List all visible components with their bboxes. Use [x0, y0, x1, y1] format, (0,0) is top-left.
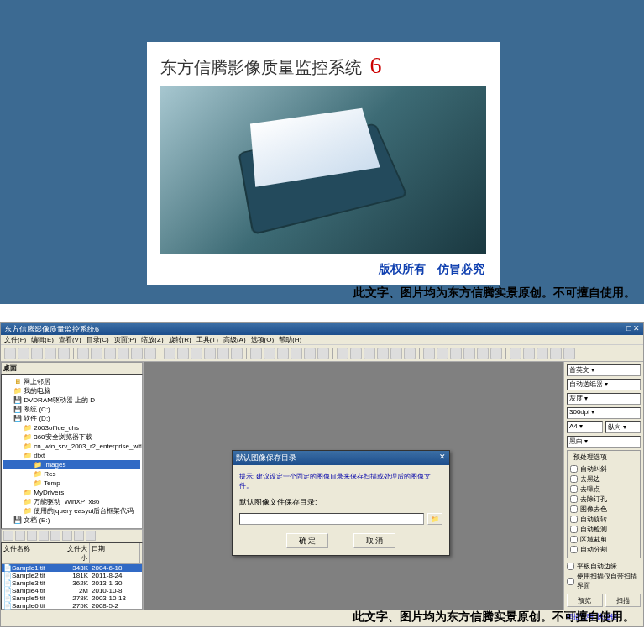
- tree-item[interactable]: 📁 Temp: [3, 479, 140, 488]
- tree-item[interactable]: 🖥 网上邻居: [3, 377, 140, 386]
- toolbar-button[interactable]: [144, 348, 156, 359]
- tree-item[interactable]: 📁 2003office_chs: [3, 423, 140, 432]
- file-row[interactable]: 📄Sample1.tif343K2004-6-18: [2, 564, 142, 572]
- preprocess-option[interactable]: 去黑边: [570, 474, 637, 484]
- toolbar-button[interactable]: [164, 348, 175, 359]
- column-header[interactable]: 文件大小: [60, 543, 90, 563]
- toolbar-button[interactable]: [104, 348, 116, 359]
- file-toolbar-button[interactable]: [3, 531, 13, 541]
- menu-item[interactable]: 帮助(H): [279, 335, 301, 344]
- tree-item[interactable]: 💾 DVDRAM驱动器 上的 D: [3, 395, 140, 405]
- ok-button[interactable]: 确 定: [286, 533, 328, 548]
- preview-button[interactable]: 预览: [567, 594, 603, 607]
- toolbar-button[interactable]: [4, 348, 16, 359]
- toolbar-button[interactable]: [423, 348, 435, 359]
- checkbox[interactable]: [570, 475, 578, 483]
- toolbar-button[interactable]: [204, 348, 216, 359]
- preprocess-option[interactable]: 图像去色: [570, 505, 637, 514]
- menu-item[interactable]: 选项(O): [251, 335, 275, 344]
- toolbar-button[interactable]: [404, 348, 416, 359]
- toolbar-button[interactable]: [437, 348, 448, 359]
- toolbar-button[interactable]: [231, 348, 243, 359]
- dpi-select[interactable]: 300dpi ▾: [567, 407, 641, 419]
- file-row[interactable]: 📄Sample5.tif278K2003-10-13: [2, 594, 142, 602]
- column-header[interactable]: 文件名称: [2, 543, 60, 563]
- color-select[interactable]: 黑白 ▾: [567, 436, 641, 448]
- toolbar-button[interactable]: [18, 348, 29, 359]
- file-toolbar-button[interactable]: [74, 531, 84, 541]
- window-controls[interactable]: _ □ ✕: [620, 324, 640, 334]
- toolbar-button[interactable]: [477, 348, 489, 359]
- file-toolbar-button[interactable]: [50, 531, 60, 541]
- toolbar-button[interactable]: [510, 348, 521, 359]
- file-row[interactable]: 📄Sample2.tif181K2011-8-24: [2, 572, 142, 579]
- menu-item[interactable]: 工具(T): [196, 335, 218, 344]
- menu-item[interactable]: 页面(P): [114, 335, 137, 344]
- toolbar-button[interactable]: [390, 348, 402, 359]
- checkbox[interactable]: [570, 485, 578, 493]
- toolbar-button[interactable]: [304, 348, 316, 359]
- tree-item[interactable]: 📁 万能驱动_WinXP_x86: [3, 497, 140, 506]
- option-select[interactable]: 首英文 ▾: [567, 364, 641, 376]
- toolbar-button[interactable]: [191, 348, 202, 359]
- toolbar-button[interactable]: [118, 348, 129, 359]
- toolbar-button[interactable]: [31, 348, 43, 359]
- file-row[interactable]: 📄Sample3.tif362K2013-1-30: [2, 579, 142, 587]
- tree-item[interactable]: 📁 dfxt: [3, 451, 140, 460]
- file-toolbar-button[interactable]: [62, 531, 72, 541]
- file-toolbar-button[interactable]: [15, 531, 25, 541]
- toolbar-button[interactable]: [463, 348, 475, 359]
- extra-option[interactable]: 使用扫描仪自带扫描界面: [567, 572, 641, 590]
- toolbar-button[interactable]: [450, 348, 462, 359]
- extra-option[interactable]: 平板自动边缘: [567, 562, 641, 571]
- checkbox[interactable]: [570, 536, 578, 543]
- file-toolbar-button[interactable]: [27, 531, 37, 541]
- option-select[interactable]: 自动送纸器 ▾: [567, 379, 641, 390]
- dialog-close-icon[interactable]: ✕: [439, 453, 446, 463]
- toolbar-button[interactable]: [277, 348, 289, 359]
- file-row[interactable]: 📄Sample4.tif2M2010-10-8: [2, 587, 142, 594]
- toolbar-button[interactable]: [337, 348, 348, 359]
- toolbar-button[interactable]: [350, 348, 362, 359]
- menu-item[interactable]: 旋转(R): [169, 335, 191, 344]
- paper-select[interactable]: 纵向 ▾: [605, 421, 641, 433]
- menu-item[interactable]: 查看(V): [59, 335, 81, 344]
- tree-item[interactable]: 📁 使用的jquery easyui后台框架代码: [3, 506, 140, 516]
- toolbar-button[interactable]: [217, 348, 229, 359]
- checkbox[interactable]: [567, 578, 574, 585]
- preprocess-option[interactable]: 去噪点: [570, 484, 637, 494]
- column-header[interactable]: 日期: [90, 543, 140, 563]
- save-dir-input[interactable]: [239, 513, 424, 525]
- toolbar-button[interactable]: [131, 348, 143, 359]
- tree-item[interactable]: 💾 系统 (C:): [3, 405, 140, 414]
- checkbox[interactable]: [570, 526, 578, 533]
- menu-item[interactable]: 高级(A): [223, 335, 246, 344]
- toolbar-button[interactable]: [45, 348, 56, 359]
- toolbar-button[interactable]: [250, 348, 262, 359]
- toolbar-button[interactable]: [377, 348, 389, 359]
- file-row[interactable]: 📄Sample6.tif275K2008-5-2: [2, 602, 142, 610]
- toolbar-button[interactable]: [58, 348, 70, 359]
- preprocess-option[interactable]: 自动纠斜: [570, 464, 637, 474]
- tree-item[interactable]: 📁 360安全浏览器下载: [3, 432, 140, 442]
- tree-item[interactable]: 📁 Images: [3, 460, 140, 469]
- file-toolbar-button[interactable]: [86, 531, 96, 541]
- tree-item[interactable]: 📁 Res: [3, 469, 140, 479]
- toolbar-button[interactable]: [77, 348, 89, 359]
- menu-item[interactable]: 编辑(E): [31, 335, 54, 344]
- folder-tree[interactable]: 🖥 网上邻居📁 我的电脑💾 DVDRAM驱动器 上的 D💾 系统 (C:)💾 软…: [1, 374, 143, 529]
- preprocess-option[interactable]: 自动旋转: [570, 515, 637, 524]
- preprocess-option[interactable]: 区域裁剪: [570, 535, 637, 544]
- paper-select[interactable]: A4 ▾: [567, 421, 603, 433]
- tree-item[interactable]: 📁 cn_win_srv_2003_r2_enterprise_with_sp2: [3, 442, 140, 451]
- toolbar-button[interactable]: [550, 348, 562, 359]
- checkbox[interactable]: [570, 495, 578, 503]
- tree-item[interactable]: 💾 文档 (E:): [3, 516, 140, 525]
- toolbar-button[interactable]: [317, 348, 329, 359]
- checkbox[interactable]: [567, 563, 574, 570]
- toolbar-button[interactable]: [563, 348, 575, 359]
- toolbar-button[interactable]: [264, 348, 275, 359]
- scan-button[interactable]: 扫描: [605, 594, 641, 607]
- checkbox[interactable]: [570, 505, 578, 513]
- browse-button[interactable]: 📁: [427, 513, 442, 525]
